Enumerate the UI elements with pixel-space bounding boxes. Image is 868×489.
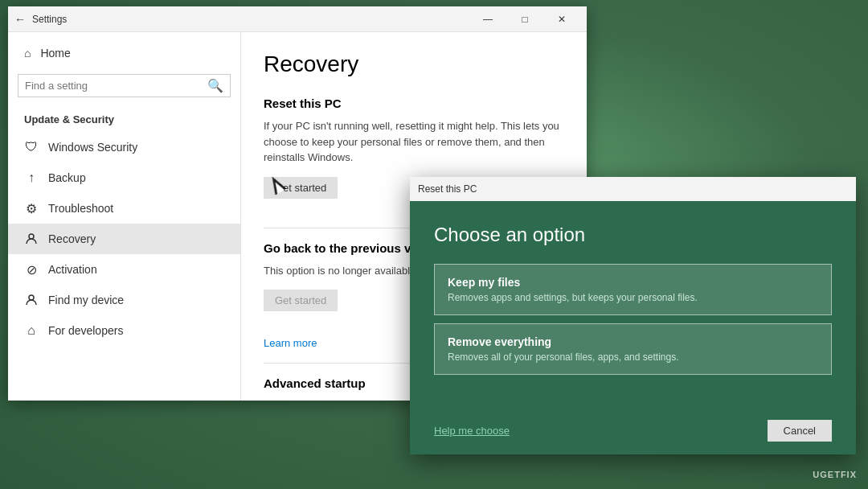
back-button[interactable]: ← <box>14 13 26 26</box>
sidebar-item-recovery[interactable]: Recovery <box>8 224 240 254</box>
developers-icon: ⌂ <box>24 323 39 338</box>
sidebar-section-title: Update & Security <box>8 104 240 132</box>
recovery-icon <box>24 232 39 246</box>
sidebar-item-activation[interactable]: ⊘ Activation <box>8 254 240 285</box>
sidebar-item-backup[interactable]: ↑ Backup <box>8 162 240 193</box>
search-box[interactable]: 🔍 <box>18 74 231 97</box>
learn-more-link[interactable]: Learn more <box>264 337 317 349</box>
go-back-get-started-button[interactable]: Get started <box>264 290 338 311</box>
sidebar-item-label: Activation <box>48 263 97 276</box>
sidebar-item-label: Troubleshoot <box>48 202 113 215</box>
remove-everything-option[interactable]: Remove everything Removes all of your pe… <box>434 323 832 375</box>
remove-everything-desc: Removes all of your personal files, apps… <box>448 351 818 363</box>
keep-files-desc: Removes apps and settings, but keeps you… <box>448 292 818 303</box>
svg-point-0 <box>29 234 34 239</box>
shield-icon: 🛡 <box>24 140 39 154</box>
reset-section-heading: Reset this PC <box>264 97 564 110</box>
window-controls: — □ ✕ <box>469 6 580 32</box>
sidebar-item-label: Recovery <box>48 232 96 245</box>
activation-icon: ⊘ <box>24 262 39 277</box>
sidebar-item-label: Find my device <box>48 294 124 306</box>
maximize-button[interactable]: □ <box>506 6 543 32</box>
keep-my-files-option[interactable]: Keep my files Removes apps and settings,… <box>434 264 832 315</box>
page-title: Recovery <box>264 51 564 77</box>
home-label: Home <box>40 47 70 60</box>
troubleshoot-icon: ⚙ <box>24 201 39 216</box>
sidebar: ⌂ Home 🔍 Update & Security 🛡 Windows Sec… <box>8 32 241 401</box>
reset-dialog: Reset this PC Choose an option Keep my f… <box>410 177 856 454</box>
reset-dialog-titlebar: Reset this PC <box>410 177 856 201</box>
keep-files-title: Keep my files <box>448 276 818 289</box>
sidebar-home[interactable]: ⌂ Home <box>8 39 240 68</box>
sidebar-item-label: For developers <box>48 324 123 337</box>
search-icon: 🔍 <box>207 78 223 93</box>
search-input[interactable] <box>25 80 203 92</box>
help-me-choose-link[interactable]: Help me choose <box>434 425 510 437</box>
svg-point-1 <box>29 295 34 300</box>
title-bar: ← Settings — □ ✕ <box>8 6 587 32</box>
reset-dialog-body: Choose an option Keep my files Removes a… <box>410 201 856 407</box>
sidebar-item-find-my-device[interactable]: Find my device <box>8 285 240 315</box>
home-icon: ⌂ <box>24 47 31 60</box>
reset-dialog-title: Reset this PC <box>418 183 477 195</box>
remove-everything-title: Remove everything <box>448 335 818 348</box>
title-bar-left: ← Settings <box>14 13 67 26</box>
watermark: UGETFIX <box>813 470 857 479</box>
reset-get-started-button[interactable]: Get started <box>264 177 338 199</box>
close-button[interactable]: ✕ <box>543 6 580 32</box>
reset-section-desc: If your PC isn't running well, resetting… <box>264 118 564 166</box>
sidebar-item-troubleshoot[interactable]: ⚙ Troubleshoot <box>8 193 240 224</box>
sidebar-item-windows-security[interactable]: 🛡 Windows Security <box>8 132 240 162</box>
sidebar-item-label: Backup <box>48 171 86 184</box>
sidebar-item-for-developers[interactable]: ⌂ For developers <box>8 315 240 346</box>
reset-dialog-footer: Help me choose Cancel <box>410 407 856 454</box>
cancel-button[interactable]: Cancel <box>768 420 832 442</box>
backup-icon: ↑ <box>24 171 39 185</box>
window-title: Settings <box>32 14 67 25</box>
find-device-icon <box>24 293 39 307</box>
reset-dialog-heading: Choose an option <box>434 224 832 246</box>
sidebar-item-label: Windows Security <box>48 141 137 154</box>
minimize-button[interactable]: — <box>469 6 506 32</box>
